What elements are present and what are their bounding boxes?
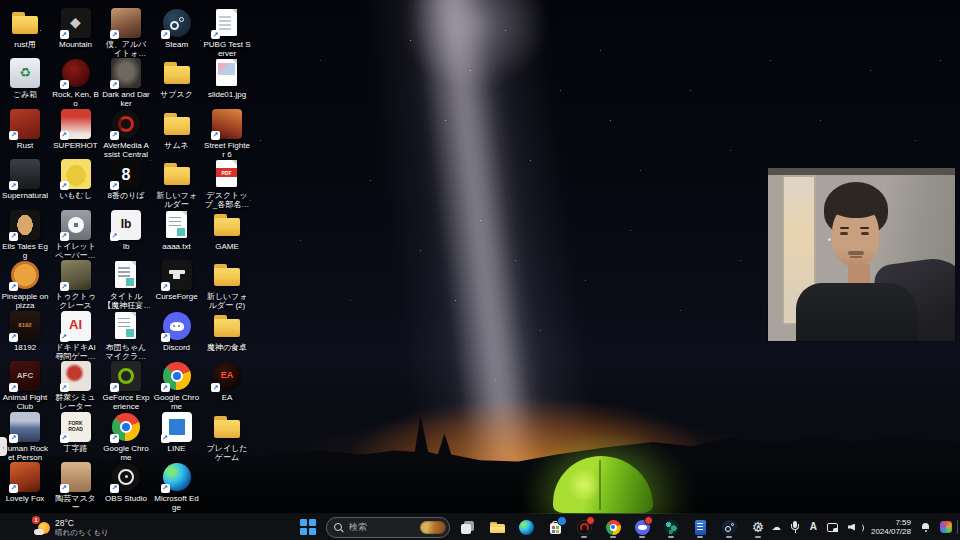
shortcut-arrow-icon: ↗	[110, 131, 119, 140]
desktop-icon[interactable]: ↗トゥクトゥクレース	[52, 260, 100, 310]
avermedia-assist-taskbar-button[interactable]	[572, 516, 596, 538]
desktop-icon[interactable]: ↗Supernatural	[1, 159, 49, 200]
desktop-icon[interactable]: ↗Pineapple on pizza	[1, 260, 49, 310]
desktop-icon[interactable]: ↗Microsoft Edge	[153, 462, 201, 512]
desktop-icon[interactable]: FORK ROAD↗丁字路	[52, 412, 100, 453]
desktop-icon-label: GeForce Experience	[102, 393, 150, 411]
icon-art: ◆↗	[61, 8, 91, 38]
desktop-icon[interactable]: プレイしたゲーム	[203, 412, 251, 462]
google-chrome-taskbar-button[interactable]	[601, 516, 625, 538]
desktop-icon[interactable]: ↗Google Chrome	[102, 412, 150, 462]
clock[interactable]: 7:59 2024/07/28	[867, 516, 915, 538]
document-icon	[166, 211, 187, 238]
desktop-icon[interactable]: slide01.jpg	[203, 58, 251, 99]
icon-art: ↗	[111, 412, 141, 442]
icon-art: ↗	[61, 58, 91, 88]
desktop-icon[interactable]: ↗LINE	[153, 412, 201, 453]
desktop-icon[interactable]: ↗Ells Tales Egg	[1, 210, 49, 260]
desktop-icon-label: Rust	[1, 141, 49, 150]
desktop-icon-label: aaaa.txt	[153, 242, 201, 251]
left-edge-panel-handle[interactable]: ‹	[0, 437, 7, 456]
desktop-icon-label: slide01.jpg	[203, 90, 251, 99]
search-box[interactable]	[326, 517, 450, 538]
desktop-icon[interactable]: 魔神の食卓	[203, 311, 251, 352]
desktop-icon[interactable]: rust用	[1, 8, 49, 49]
notepad-taskbar-button[interactable]	[688, 516, 712, 538]
start-button[interactable]	[296, 516, 320, 538]
microphone-icon[interactable]	[787, 516, 804, 538]
desktop-icon[interactable]: タイトル【魔神狂宴BBQ】.txt	[102, 260, 150, 310]
desktop-icon[interactable]: 8↗8番のりば	[102, 159, 150, 200]
cast-icon[interactable]	[823, 516, 842, 538]
weather-widget[interactable]: 1 28°C 晴れのちくもり	[34, 516, 109, 538]
desktop-icon[interactable]: ↗Rust	[1, 109, 49, 150]
desktop-icon[interactable]: ↗Rock, Ken, Bo	[52, 58, 100, 108]
document-icon: PDF	[216, 160, 237, 187]
notification-badge	[586, 516, 595, 525]
desktop-icon[interactable]: ↗PUBG Test Server	[203, 8, 251, 58]
desktop-icon[interactable]: EA↗EA	[203, 361, 251, 402]
desktop-icon[interactable]: ♻ごみ箱	[1, 58, 49, 99]
desktop-icon[interactable]: 新しいフォルダー	[153, 159, 201, 209]
desktop-icon-label: Lovely Fox	[1, 494, 49, 503]
steam-taskbar-button[interactable]	[717, 516, 741, 538]
desktop-icon[interactable]: 新しいフォルダー (2)	[203, 260, 251, 310]
desktop-icon[interactable]: ↗いもむし	[52, 159, 100, 200]
desktop-icon[interactable]: ↗群衆シミュレーター	[52, 361, 100, 411]
shortcut-arrow-icon: ↗	[60, 131, 69, 140]
desktop-icon[interactable]: 8192↗18192	[1, 311, 49, 352]
desktop-icon[interactable]: ↗Lovely Fox	[1, 462, 49, 503]
desktop-icon[interactable]: ↗CurseForge	[153, 260, 201, 301]
desktop-icon[interactable]: PDFデスクトップ_各部名称W11_03.pdf	[203, 159, 251, 209]
task-view-taskbar-button[interactable]	[456, 516, 480, 538]
desktop-icon[interactable]: ↗陶芸マスター	[52, 462, 100, 512]
ime-mode-indicator[interactable]: A	[806, 516, 821, 538]
desktop-icon[interactable]: ↗Dark and Darker	[102, 58, 150, 108]
desktop-icon-label: PUBG Test Server	[203, 40, 251, 58]
desktop-icon[interactable]: GAME	[203, 210, 251, 251]
desktop-icon[interactable]: ↗Human Rocket Person	[1, 412, 49, 462]
desktop-icon[interactable]: サブスク	[153, 58, 201, 99]
webcam-ceiling	[768, 168, 955, 175]
search-input[interactable]	[347, 521, 416, 533]
desktop-icon[interactable]: ↗GeForce Experience	[102, 361, 150, 411]
desktop-icon[interactable]: Ib↗Ib	[102, 210, 150, 251]
desktop-icon[interactable]: ↗Steam	[153, 8, 201, 49]
desktop-icon[interactable]: aaaa.txt	[153, 210, 201, 251]
desktop-icon[interactable]: ↗SUPERHOT	[52, 109, 100, 150]
desktop-icon[interactable]: ↗僕、アルバイトォォ！！	[102, 8, 150, 58]
shortcut-arrow-icon: ↗	[9, 434, 18, 443]
microsoft-store-taskbar-button[interactable]	[543, 516, 567, 538]
desktop-icon-label: いもむし	[52, 191, 100, 200]
desktop-icon[interactable]: ↗Discord	[153, 311, 201, 352]
color-app-tray-icon[interactable]	[936, 516, 956, 538]
desktop-icon[interactable]: サムネ	[153, 109, 201, 150]
edge-taskbar-button[interactable]	[514, 516, 538, 538]
discord-taskbar-button[interactable]	[630, 516, 654, 538]
globe-app-taskbar-button[interactable]	[659, 516, 683, 538]
file-explorer-icon	[489, 519, 506, 536]
icon-art: ↗	[61, 260, 91, 290]
desktop-icon[interactable]: 布団ちゃんマイクラサーバー議事録.txt	[102, 311, 150, 361]
desktop-icon[interactable]: ↗Google Chrome	[153, 361, 201, 411]
volume-icon[interactable]	[844, 516, 865, 538]
file-explorer-taskbar-button[interactable]	[485, 516, 509, 538]
desktop-icon[interactable]: AFC↗Animal Fight Club	[1, 361, 49, 411]
desktop-icon[interactable]: AI↗ドキドキAI尋問ゲーム完全版	[52, 311, 100, 361]
desktop-icon[interactable]: ↗トイレットペーパーはバスケットボールに...	[52, 210, 100, 260]
shortcut-arrow-icon: ↗	[110, 383, 119, 392]
desktop-icon[interactable]: ↗AVerMedia Assist Central	[102, 109, 150, 159]
globe-app-icon	[663, 519, 680, 536]
shortcut-arrow-icon: ↗	[60, 484, 69, 493]
desktop-icon[interactable]: ◆↗Mountain	[52, 8, 100, 49]
shortcut-arrow-icon: ↗	[9, 232, 18, 241]
hidden-icons-chevron[interactable]: ∧	[751, 516, 766, 538]
desktop-icon[interactable]: ↗OBS Studio	[102, 462, 150, 503]
icon-art: ♻	[10, 58, 40, 88]
desktop-icon[interactable]: ↗Street Fighter 6	[203, 109, 251, 159]
notification-bell-icon[interactable]	[917, 516, 934, 538]
icon-art	[162, 159, 192, 189]
desktop-icon-label: Ib	[102, 242, 150, 251]
desktop-icon-label: 新しいフォルダー	[153, 191, 201, 209]
onedrive-icon[interactable]: ☁	[768, 516, 785, 538]
